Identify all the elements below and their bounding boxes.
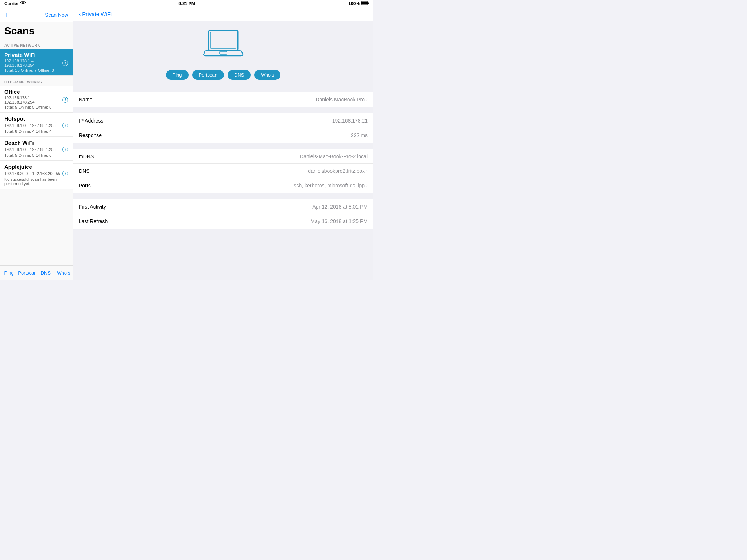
- active-network-item[interactable]: Private WiFi 192.168.178.1 – 192.168.178…: [0, 49, 73, 76]
- status-bar: Carrier 9:21 PM 100%: [0, 0, 374, 7]
- laptop-icon: [201, 28, 245, 61]
- active-network-info-icon[interactable]: i: [62, 60, 68, 66]
- detail-section-name: Name Daniels MacBook Pro ›: [73, 92, 374, 107]
- action-buttons: Ping Portscan DNS Whois: [73, 67, 374, 86]
- ports-chevron-icon: ›: [366, 183, 368, 188]
- tab-dns[interactable]: DNS: [37, 266, 55, 280]
- scan-now-button[interactable]: Scan Now: [45, 12, 68, 18]
- tab-portscan[interactable]: Portscan: [18, 266, 36, 280]
- left-panel: + Scan Now Scans ACTIVE NETWORK Private …: [0, 7, 73, 280]
- detail-row-last-refresh: Last Refresh May 16, 2018 at 1:25 PM: [73, 214, 374, 229]
- dns-value: danielsbookpro2.fritz.box ›: [308, 168, 368, 174]
- spacer-4: [73, 193, 374, 199]
- detail-row-dns[interactable]: DNS danielsbookpro2.fritz.box ›: [73, 164, 374, 178]
- ports-value: ssh, kerberos, microsoft-ds, ipp ›: [294, 183, 368, 188]
- right-header-title[interactable]: Private WiFi: [82, 11, 112, 17]
- network-info-icon-beach-wifi[interactable]: i: [62, 147, 68, 152]
- status-bar-right: 100%: [348, 1, 369, 6]
- detail-section-activity: First Activity Apr 12, 2018 at 8:01 PM L…: [73, 199, 374, 229]
- network-range-beach-wifi: 192.168.1.0 – 192.168.1.255: [4, 147, 56, 152]
- network-item-applejuice[interactable]: Applejuice 192.168.20.0 – 192.168.20.255…: [0, 161, 73, 189]
- network-info-icon-applejuice[interactable]: i: [62, 171, 68, 176]
- network-range-office: 192.168.178.1 – 192.168.178.254: [4, 96, 62, 104]
- network-name-applejuice: Applejuice: [4, 164, 68, 170]
- response-label: Response: [79, 132, 102, 138]
- ports-label: Ports: [79, 183, 91, 188]
- active-network-range: 192.168.178.1 – 192.168.178.254: [4, 59, 62, 67]
- detail-section-dns: mDNS Daniels-Mac-Book-Pro-2.local DNS da…: [73, 149, 374, 193]
- ping-button[interactable]: Ping: [166, 70, 189, 80]
- spacer-1: [73, 86, 374, 92]
- network-name-beach-wifi: Beach WiFi: [4, 140, 68, 146]
- left-header: + Scan Now: [0, 7, 73, 22]
- add-scan-button[interactable]: +: [4, 10, 9, 20]
- carrier-label: Carrier: [4, 1, 19, 6]
- name-chevron-icon: ›: [366, 97, 368, 102]
- back-icon[interactable]: ‹: [79, 11, 81, 18]
- network-name-hotspot: Hotspot: [4, 116, 68, 122]
- detail-row-mdns: mDNS Daniels-Mac-Book-Pro-2.local: [73, 149, 374, 164]
- active-network-section-header: ACTIVE NETWORK: [0, 39, 73, 49]
- status-bar-time: 9:21 PM: [178, 1, 195, 6]
- network-item-beach-wifi[interactable]: Beach WiFi 192.168.1.0 – 192.168.1.255 i…: [0, 137, 73, 161]
- detail-row-first-activity: First Activity Apr 12, 2018 at 8:01 PM: [73, 199, 374, 214]
- network-info-icon-hotspot[interactable]: i: [62, 122, 68, 128]
- network-stats-office: Total: 5 Online: 5 Offline: 0: [4, 105, 68, 109]
- svg-rect-2: [368, 3, 369, 4]
- svg-rect-6: [220, 51, 227, 54]
- wifi-icon: [20, 1, 26, 6]
- detail-row-name[interactable]: Name Daniels MacBook Pro ›: [73, 92, 374, 107]
- battery-icon: [361, 1, 369, 6]
- battery-label: 100%: [348, 1, 360, 6]
- svg-rect-4: [210, 32, 236, 48]
- network-range-hotspot: 192.168.1.0 – 192.168.1.255: [4, 123, 56, 128]
- tab-whois[interactable]: Whois: [55, 266, 73, 280]
- dns-label: DNS: [79, 168, 90, 174]
- svg-rect-3: [209, 30, 238, 50]
- bottom-tab-bar: Ping Portscan DNS Whois: [0, 265, 73, 280]
- first-activity-value: Apr 12, 2018 at 8:01 PM: [312, 204, 368, 210]
- last-refresh-value: May 16, 2018 at 1:25 PM: [311, 218, 368, 224]
- network-stats-applejuice: No successful scan has been performed ye…: [4, 177, 68, 186]
- active-network-stats: Total: 10 Online: 7 Offline: 3: [4, 68, 68, 73]
- last-refresh-label: Last Refresh: [79, 218, 108, 224]
- spacer-3: [73, 143, 374, 149]
- network-info-icon-office[interactable]: i: [62, 97, 68, 103]
- name-label: Name: [79, 97, 92, 102]
- svg-rect-1: [361, 2, 368, 4]
- mdns-value: Daniels-Mac-Book-Pro-2.local: [300, 153, 368, 159]
- network-stats-beach-wifi: Total: 5 Online: 5 Offline: 0: [4, 153, 68, 158]
- name-value: Daniels MacBook Pro ›: [316, 97, 368, 102]
- app-container: + Scan Now Scans ACTIVE NETWORK Private …: [0, 7, 374, 280]
- right-header: ‹ Private WiFi: [73, 7, 374, 21]
- network-range-applejuice: 192.168.20.0 – 192.168.20.255: [4, 171, 60, 176]
- ip-label: IP Address: [79, 118, 103, 124]
- mdns-label: mDNS: [79, 153, 94, 159]
- detail-row-ports[interactable]: Ports ssh, kerberos, microsoft-ds, ipp ›: [73, 178, 374, 193]
- network-name-office: Office: [4, 89, 68, 95]
- whois-button[interactable]: Whois: [254, 70, 280, 80]
- right-panel: ‹ Private WiFi Ping Portscan DNS Whois: [73, 7, 374, 280]
- other-networks-section-header: OTHER NETWORKS: [0, 76, 73, 86]
- network-item-hotspot[interactable]: Hotspot 192.168.1.0 – 192.168.1.255 i To…: [0, 113, 73, 137]
- network-item-office[interactable]: Office 192.168.178.1 – 192.168.178.254 i…: [0, 86, 73, 113]
- spacer-2: [73, 107, 374, 113]
- scans-title: Scans: [0, 22, 73, 39]
- detail-row-response: Response 222 ms: [73, 128, 374, 143]
- device-icon-area: [73, 21, 374, 67]
- dns-button[interactable]: DNS: [228, 70, 251, 80]
- response-value: 222 ms: [351, 132, 368, 138]
- detail-table: Name Daniels MacBook Pro › IP Address 19…: [73, 86, 374, 280]
- detail-section-ip: IP Address 192.168.178.21 Response 222 m…: [73, 113, 374, 143]
- status-bar-left: Carrier: [4, 1, 26, 6]
- tab-ping[interactable]: Ping: [0, 266, 18, 280]
- portscan-button[interactable]: Portscan: [192, 70, 224, 80]
- active-network-name: Private WiFi: [4, 52, 68, 58]
- ip-value: 192.168.178.21: [332, 118, 368, 124]
- first-activity-label: First Activity: [79, 204, 106, 210]
- detail-row-ip: IP Address 192.168.178.21: [73, 113, 374, 128]
- network-stats-hotspot: Total: 8 Online: 4 Offline: 4: [4, 129, 68, 133]
- dns-chevron-icon: ›: [366, 168, 368, 174]
